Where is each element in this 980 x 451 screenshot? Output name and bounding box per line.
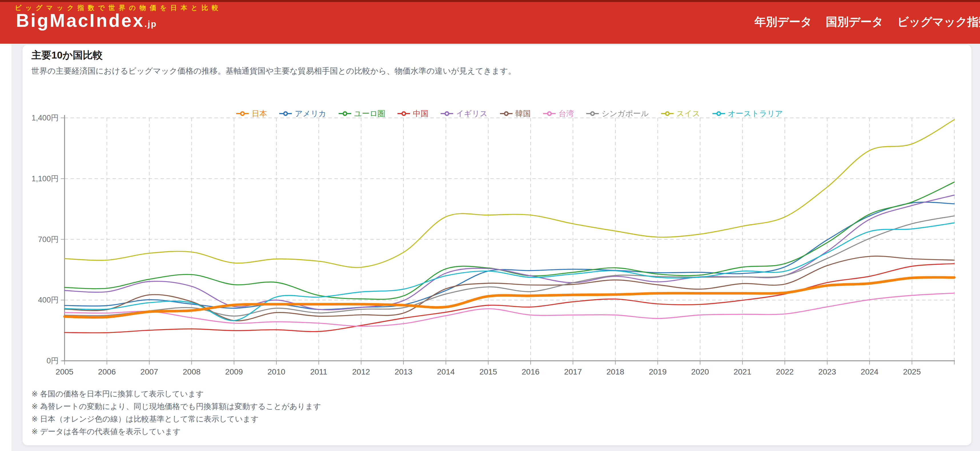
y-tick-label: 1,400円 <box>32 114 59 122</box>
series-line-ユーロ圏 <box>65 182 954 299</box>
y-tick-label: 700円 <box>38 235 59 244</box>
y-tick-label: 400円 <box>38 296 59 304</box>
x-tick-label: 2009 <box>225 367 243 376</box>
x-tick-label: 2018 <box>606 367 624 376</box>
x-tick-label: 2008 <box>183 367 200 376</box>
x-tick-label: 2021 <box>733 367 751 376</box>
series-line-スイス <box>65 120 954 267</box>
x-tick-label: 2013 <box>395 367 412 376</box>
x-tick-label: 2017 <box>564 367 582 376</box>
footnote: ※ 為替レートの変動により、同じ現地価格でも円換算額は変動することがあります <box>32 400 321 413</box>
x-tick-label: 2014 <box>437 367 455 376</box>
x-tick-label: 2023 <box>818 367 836 376</box>
footnote: ※ 各国の価格を日本円に換算して表示しています <box>32 387 321 400</box>
x-tick-label: 2011 <box>310 367 327 376</box>
x-tick-label: 2016 <box>522 367 539 376</box>
footnote: ※ データは各年の代表値を表示しています <box>32 425 321 438</box>
x-tick-label: 2015 <box>479 367 497 376</box>
x-tick-label: 2020 <box>691 367 709 376</box>
series-line-シンガポール <box>65 216 954 316</box>
x-tick-label: 2007 <box>140 367 158 376</box>
y-tick-label: 0円 <box>46 357 59 365</box>
x-tick-label: 2010 <box>267 367 285 376</box>
y-tick-label: 1,100円 <box>32 175 59 183</box>
x-tick-label: 2019 <box>649 367 667 376</box>
x-tick-label: 2025 <box>903 367 921 376</box>
x-tick-label: 2022 <box>776 367 794 376</box>
x-tick-label: 2012 <box>352 367 370 376</box>
x-tick-label: 2006 <box>98 367 116 376</box>
chart-footnotes: ※ 各国の価格を日本円に換算して表示しています ※ 為替レートの変動により、同じ… <box>32 387 321 438</box>
footnote: ※ 日本（オレンジ色の線）は比較基準として常に表示しています <box>32 413 321 425</box>
x-tick-label: 2005 <box>56 367 73 376</box>
price-chart[interactable]: 0円400円700円1,100円1,400円200520062007200820… <box>0 0 980 451</box>
x-tick-label: 2024 <box>861 367 878 376</box>
series-line-イギリス <box>65 195 954 310</box>
